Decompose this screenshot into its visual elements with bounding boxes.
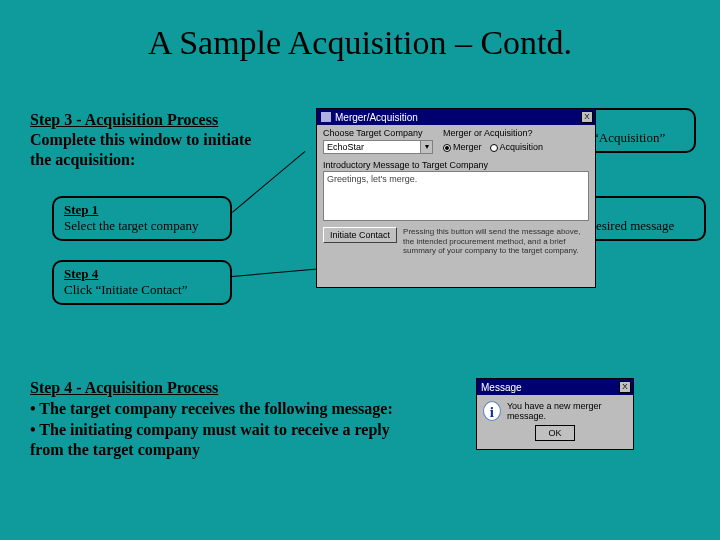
initiate-contact-button[interactable]: Initiate Contact [323, 227, 397, 243]
callout-step1-text: Select the target company [64, 218, 198, 233]
callout-step1-label: Step 1 [64, 202, 98, 217]
step4-bullet2b: from the target company [30, 441, 200, 458]
step4-bullet1: • The target company receives the follow… [30, 400, 393, 417]
choose-target-label: Choose Target Company [323, 128, 433, 138]
ma-window-title: Merger/Acquisition [335, 112, 579, 123]
merger-acquisition-window: Merger/Acquisition X Choose Target Compa… [316, 108, 596, 288]
callout-step4-label: Step 4 [64, 266, 98, 281]
step3-line2: the acquisition: [30, 151, 135, 168]
target-company-value: EchoStar [327, 142, 364, 152]
callout-step1: Step 1 Select the target company [52, 196, 232, 241]
merger-or-acq-label: Merger or Acquisition? [443, 128, 553, 138]
moa-radio-group: Merger Acquisition [443, 142, 543, 152]
step4-heading: Step 4 - Acquisition Process [30, 379, 218, 396]
radio-acquisition[interactable]: Acquisition [490, 142, 544, 152]
radio-icon [490, 144, 498, 152]
msg-titlebar: Message X [477, 379, 633, 395]
step3-heading: Step 3 - Acquisition Process [30, 111, 218, 128]
msg-body: i You have a new merger message. [477, 395, 633, 423]
step4-bullet2: • The initiating company must wait to re… [30, 421, 390, 438]
step3-heading-block: Step 3 - Acquisition Process Complete th… [30, 110, 310, 170]
radio-acquisition-label: Acquisition [500, 142, 544, 152]
ma-titlebar: Merger/Acquisition X [317, 109, 595, 125]
slide-title: A Sample Acquisition – Contd. [0, 24, 720, 62]
step4-heading-block: Step 4 - Acquisition Process • The targe… [30, 378, 450, 461]
radio-merger[interactable]: Merger [443, 142, 482, 152]
radio-icon [443, 144, 451, 152]
initiate-hint-text: Pressing this button will send the messa… [403, 227, 589, 256]
intro-message-textarea[interactable]: Greetings, let's merge. [323, 171, 589, 221]
ok-button[interactable]: OK [535, 425, 575, 441]
ma-window-icon [321, 112, 331, 122]
msg-close-button[interactable]: X [619, 381, 631, 393]
chevron-down-icon[interactable]: ▾ [420, 141, 432, 153]
msg-window-title: Message [481, 382, 617, 393]
msg-text: You have a new merger message. [507, 401, 627, 421]
callout-step4: Step 4 Click “Initiate Contact” [52, 260, 232, 305]
target-company-combo[interactable]: EchoStar ▾ [323, 140, 433, 154]
intro-message-label: Introductory Message to Target Company [317, 158, 595, 171]
ma-close-button[interactable]: X [581, 111, 593, 123]
callout-step4-text: Click “Initiate Contact” [64, 282, 187, 297]
step3-line1: Complete this window to initiate [30, 131, 251, 148]
info-icon: i [483, 401, 501, 421]
message-popup: Message X i You have a new merger messag… [476, 378, 634, 450]
radio-merger-label: Merger [453, 142, 482, 152]
